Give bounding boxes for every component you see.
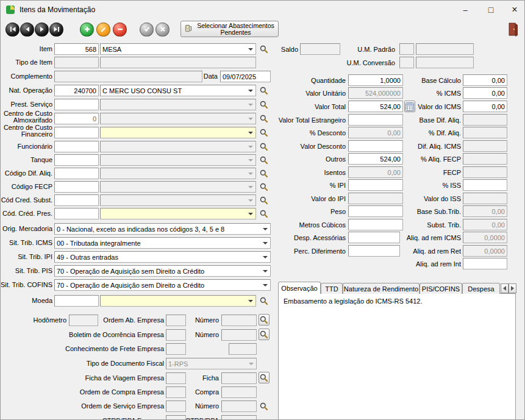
base-calculo-field[interactable]: 0,00	[463, 74, 507, 86]
exit-door-icon[interactable]	[507, 22, 520, 37]
tab-scroll-left-button[interactable]	[501, 283, 509, 293]
sit-trib-icms-combo-value: 00 - Tributada integralmente	[57, 240, 141, 247]
observacao-memo[interactable]: Embasamento a legislação do ICMS-RS 5412…	[278, 293, 516, 420]
fuel-pump-icon	[184, 24, 193, 34]
aliq-ad-rem-icms-label: Aliq. ad rem ICMS	[394, 234, 461, 241]
sit-trib-pis-combo[interactable]: 70 - Operação de Aquisição sem Direito a…	[54, 265, 271, 277]
cod-cred-subst-code-field[interactable]	[54, 194, 99, 206]
complemento-field	[54, 71, 202, 82]
first-record-icon	[9, 25, 17, 35]
base-sub-trib-label: Base Sub.Trib.	[394, 208, 461, 215]
prest-servico-code-field[interactable]	[54, 99, 99, 110]
nav-first-button[interactable]	[5, 23, 20, 37]
cod-cred-pres-code-field[interactable]	[54, 208, 99, 219]
nav-last-button[interactable]	[49, 23, 63, 37]
cc-almoxarifado-code-field[interactable]: 0	[54, 113, 99, 124]
aliq-ad-rem-int-field[interactable]	[463, 258, 507, 269]
moeda-code-field[interactable]	[54, 295, 99, 307]
delete-button[interactable]	[113, 23, 127, 37]
nav-previous-button[interactable]	[20, 23, 34, 37]
cc-financeiro-combo[interactable]	[100, 127, 256, 138]
sit-trib-icms-label: Sit. Trib. ICMS	[1, 239, 52, 246]
nat-operacao-code-field[interactable]: 240700	[54, 85, 99, 96]
perc-iss-field[interactable]	[463, 179, 507, 191]
cancel-button[interactable]	[155, 23, 170, 37]
funcionario-code-field[interactable]	[54, 141, 99, 152]
close-button[interactable]: ×	[504, 1, 525, 19]
um-padrao-label: U.M. Padrão	[340, 46, 395, 53]
aliq-ad-rem-icms-field: 0,0000	[463, 232, 507, 243]
quantidade-label: Quantidade	[245, 77, 346, 84]
tab-natureza-de-rendimento[interactable]: Natureza de Rendimento	[343, 283, 420, 294]
ordem-servico-numero-field	[221, 400, 257, 412]
hodometro-label: Hodômetro	[1, 316, 66, 324]
isentos-label: Isentos	[245, 169, 346, 176]
window-title: Itens da Movimentação	[20, 5, 95, 14]
sit-trib-cofins-combo[interactable]: 70 - Operação de Aquisição sem Direito a…	[54, 279, 271, 291]
desp-acessorias-field[interactable]	[348, 232, 400, 243]
codigo-dif-aliq-label: Código Dif. Aliq.	[1, 169, 52, 177]
sit-trib-icms-combo[interactable]: 00 - Tributada integralmente	[54, 237, 271, 249]
codigo-fecp-code-field[interactable]	[54, 181, 99, 193]
codigo-dif-aliq-code-field[interactable]	[54, 168, 99, 179]
tab-scroll-right-button[interactable]	[509, 283, 516, 293]
select-pending-fuelings-button[interactable]: Selecionar Abastecimentos Pendentes	[180, 21, 279, 37]
tab-observacao[interactable]: Observação	[278, 282, 321, 294]
ordem-ab-search-button[interactable]	[259, 314, 270, 326]
cod-cred-subst-label: Cód Cred. Subst.	[1, 196, 52, 204]
window: Itens da Movimentação – □ × Selecionar A…	[0, 0, 525, 420]
moeda-search-icon[interactable]	[259, 296, 270, 307]
tanque-code-field[interactable]	[54, 154, 99, 166]
perc-icms-field[interactable]: 0,00	[463, 87, 507, 99]
chevron-down-icon	[249, 363, 254, 365]
peso-label: Peso	[245, 208, 346, 215]
observacao-text: Embasamento a legislação do ICMS-RS 5412…	[284, 297, 510, 305]
nat-operacao-combo[interactable]: C MERC USO CONSU ST	[100, 85, 256, 96]
chevron-down-icon	[248, 48, 253, 51]
sit-trib-ipi-combo-value: 49 - Outras entradas	[57, 254, 118, 261]
base-sub-trib-field: 0,00	[463, 205, 507, 217]
confirm-button[interactable]	[140, 23, 154, 37]
ctrb-rpa-numero-label: CTRB/RPA	[177, 417, 219, 420]
tanque-label: Tanque	[1, 156, 52, 163]
base-dif-aliq-label: Base Dif. Aliq.	[394, 116, 461, 124]
nav-next-button[interactable]	[35, 23, 49, 37]
codigo-fecp-label: Código FECP	[1, 183, 52, 190]
item-code-field[interactable]: 568	[54, 43, 99, 55]
um-conversao-field-2	[416, 57, 474, 68]
sit-trib-ipi-combo[interactable]: 49 - Outras entradas	[54, 251, 271, 263]
ficha-viagem-numero-field	[221, 372, 257, 384]
tab-pis-cofins[interactable]: PIS/COFINS	[420, 283, 462, 294]
ctrb-rpa-numero-field	[221, 415, 257, 420]
cc-almoxarifado-combo	[100, 113, 256, 124]
chevron-down-icon	[248, 300, 253, 302]
boletim-empresa-label: Boletim de Ocorrência Empresa	[62, 331, 164, 338]
tipo-item-code-field	[54, 57, 99, 68]
perc-iss-label: % ISS	[394, 182, 461, 189]
perc-diferimento-field[interactable]	[348, 245, 400, 257]
moeda-label: Moeda	[1, 297, 52, 304]
maximize-button[interactable]: □	[480, 1, 502, 19]
subst-trib-field: 0,00	[463, 219, 507, 230]
moeda-combo[interactable]	[100, 295, 256, 307]
ordem-servico-search-icon[interactable]	[259, 401, 270, 413]
ficha-viagem-search-button[interactable]	[259, 372, 270, 383]
valor-icms-field[interactable]: 0,00	[463, 101, 507, 112]
cod-cred-pres-combo[interactable]	[100, 208, 256, 219]
minimize-button[interactable]: –	[454, 1, 476, 19]
tab-ttd[interactable]: TTD	[321, 283, 343, 294]
fecp-label: FECP	[394, 169, 461, 176]
orig-mercadoria-label: Orig. Mercadoria	[1, 225, 52, 232]
select-pending-label-line1: Selecionar Abastecimentos	[196, 23, 275, 29]
tab-despesa[interactable]: Despesa	[462, 283, 500, 294]
chevron-down-icon	[263, 242, 268, 244]
boletim-search-button[interactable]	[259, 329, 270, 340]
prest-servico-label: Prest. Serviço	[1, 101, 52, 108]
orig-mercadoria-combo[interactable]: 0 - Nacional, exceto as indicadas nos có…	[54, 223, 271, 235]
cc-financeiro-code-field[interactable]	[54, 127, 99, 138]
ficha-viagem-label: Ficha de Viagem Empresa	[62, 374, 164, 382]
item-combo[interactable]: MESA	[100, 43, 256, 55]
funcionario-label: Funcionário	[1, 143, 52, 150]
edit-button[interactable]	[96, 23, 110, 37]
add-button[interactable]	[80, 23, 94, 37]
